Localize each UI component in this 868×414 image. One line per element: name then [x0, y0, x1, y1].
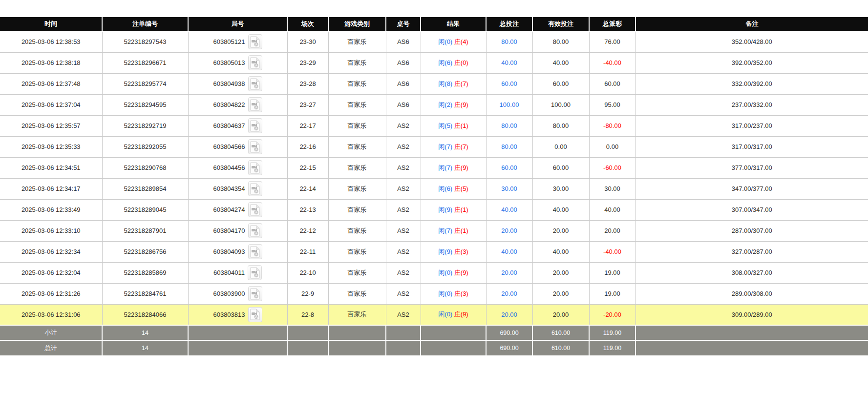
cell-table-no: AS2 — [386, 157, 421, 178]
round-id-group: 603803813 — [213, 307, 262, 322]
cell-table-no: AS6 — [386, 52, 421, 73]
cell-total-bet[interactable]: 40.00 — [486, 199, 532, 220]
cell-round-id: 603805013 — [188, 52, 287, 73]
video-replay-button[interactable] — [248, 286, 262, 301]
cell-game-type: 百家乐 — [328, 178, 386, 199]
cell-time: 2025-03-06 12:37:04 — [0, 94, 102, 115]
cell-table-no: AS2 — [386, 283, 421, 304]
cell-total-bet[interactable]: 100.00 — [486, 94, 532, 115]
column-header-game_type: 游戏类别 — [328, 17, 386, 31]
summary-count: 14 — [102, 340, 188, 355]
summary-count: 14 — [102, 325, 188, 340]
round-id-group: 603804456 — [213, 160, 262, 175]
cell-total-bet[interactable]: 60.00 — [486, 157, 532, 178]
round-id-value: 603805121 — [213, 38, 245, 45]
table-row: 2025-03-06 12:38:53522318297543603805121… — [0, 31, 868, 52]
cell-valid-bet: 20.00 — [532, 304, 589, 325]
video-replay-button[interactable] — [248, 223, 262, 238]
round-id-group: 603804566 — [213, 139, 262, 154]
cell-total-bet[interactable]: 20.00 — [486, 283, 532, 304]
result-player: 闲(0) — [438, 310, 452, 318]
cell-total-bet[interactable]: 20.00 — [486, 262, 532, 283]
video-replay-button[interactable] — [248, 265, 262, 280]
bet-records-table: 时间注单编号局号场次游戏类别桌号结果总投注有效投注总派彩备注 2025-03-0… — [0, 17, 868, 355]
video-replay-button[interactable] — [248, 97, 262, 112]
summary-empty — [635, 325, 868, 340]
cell-total-bet[interactable]: 80.00 — [486, 115, 532, 136]
video-replay-button[interactable] — [248, 181, 262, 196]
cell-valid-bet: 40.00 — [532, 52, 589, 73]
video-replay-button[interactable] — [248, 139, 262, 154]
table-row: 2025-03-06 12:32:04522318285869603804011… — [0, 262, 868, 283]
result-player: 闲(7) — [438, 164, 452, 171]
video-replay-button[interactable] — [248, 55, 262, 70]
cell-round-id: 603804093 — [188, 241, 287, 262]
result-banker: 庄(1) — [454, 227, 468, 234]
cell-round-id: 603804170 — [188, 220, 287, 241]
cell-game-type: 百家乐 — [328, 73, 386, 94]
summary-total-payout: 119.00 — [589, 325, 635, 340]
summary-empty — [386, 340, 421, 355]
cell-result: 闲(8) 庄(7) — [421, 73, 486, 94]
round-id-group: 603804938 — [213, 76, 262, 91]
cell-result: 闲(7) 庄(9) — [421, 157, 486, 178]
cell-remark: 307.00/347.00 — [635, 199, 868, 220]
cell-total-bet[interactable]: 30.00 — [486, 178, 532, 199]
video-replay-icon — [250, 225, 260, 237]
result-player: 闲(7) — [438, 143, 452, 150]
summary-empty — [188, 325, 287, 340]
round-id-group: 603803900 — [213, 286, 262, 301]
video-replay-button[interactable] — [248, 76, 262, 91]
cell-total-payout: -20.00 — [589, 304, 635, 325]
cell-valid-bet: 20.00 — [532, 262, 589, 283]
column-header-total_bet: 总投注 — [486, 17, 532, 31]
video-replay-button[interactable] — [248, 160, 262, 175]
cell-total-bet[interactable]: 40.00 — [486, 241, 532, 262]
cell-round-id: 603803900 — [188, 283, 287, 304]
cell-bet-id: 522318292719 — [102, 115, 188, 136]
result-player: 闲(6) — [438, 185, 452, 192]
result-banker: 庄(3) — [454, 248, 468, 255]
cell-game-type: 百家乐 — [328, 304, 386, 325]
video-replay-button[interactable] — [248, 307, 262, 322]
cell-total-bet[interactable]: 40.00 — [486, 52, 532, 73]
cell-valid-bet: 20.00 — [532, 283, 589, 304]
cell-game-type: 百家乐 — [328, 115, 386, 136]
video-replay-button[interactable] — [248, 34, 262, 49]
cell-game-type: 百家乐 — [328, 241, 386, 262]
round-id-value: 603804637 — [213, 122, 245, 129]
cell-remark: 392.00/352.00 — [635, 52, 868, 73]
cell-result: 闲(0) 庄(3) — [421, 283, 486, 304]
summary-label: 小计 — [0, 325, 102, 340]
summary-empty — [421, 340, 486, 355]
cell-total-payout: -80.00 — [589, 115, 635, 136]
round-id-value: 603803900 — [213, 290, 245, 297]
cell-total-bet[interactable]: 80.00 — [486, 31, 532, 52]
cell-session: 23-27 — [287, 94, 328, 115]
table-row: 2025-03-06 12:33:49522318289045603804274… — [0, 199, 868, 220]
cell-session: 23-29 — [287, 52, 328, 73]
video-replay-button[interactable] — [248, 202, 262, 217]
cell-total-bet[interactable]: 80.00 — [486, 136, 532, 157]
video-replay-icon — [250, 288, 260, 300]
cell-total-payout: 40.00 — [589, 199, 635, 220]
cell-game-type: 百家乐 — [328, 283, 386, 304]
result-banker: 庄(5) — [454, 185, 468, 192]
cell-round-id: 603803813 — [188, 304, 287, 325]
cell-result: 闲(9) 庄(1) — [421, 199, 486, 220]
cell-bet-id: 522318290768 — [102, 157, 188, 178]
result-banker: 庄(1) — [454, 122, 468, 129]
cell-total-bet[interactable]: 20.00 — [486, 220, 532, 241]
cell-time: 2025-03-06 12:32:34 — [0, 241, 102, 262]
video-replay-button[interactable] — [248, 118, 262, 133]
cell-total-bet[interactable]: 60.00 — [486, 73, 532, 94]
column-header-session: 场次 — [287, 17, 328, 31]
video-replay-icon — [250, 120, 260, 132]
video-replay-button[interactable] — [248, 244, 262, 259]
cell-session: 22-8 — [287, 304, 328, 325]
cell-session: 23-30 — [287, 31, 328, 52]
table-row: 2025-03-06 12:34:51522318290768603804456… — [0, 157, 868, 178]
cell-total-bet[interactable]: 20.00 — [486, 304, 532, 325]
cell-round-id: 603804637 — [188, 115, 287, 136]
cell-time: 2025-03-06 12:37:48 — [0, 73, 102, 94]
